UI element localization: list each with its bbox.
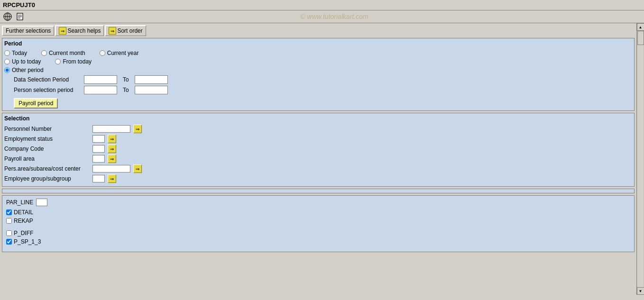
period-section-title: Period xyxy=(4,40,632,47)
radio-current-year-input[interactable] xyxy=(100,50,105,56)
employee-group-label: Employee group/subgroup xyxy=(4,175,90,182)
tab-sort-order[interactable]: ⇒ Sort order xyxy=(105,25,146,36)
detail-label: DETAIL xyxy=(14,209,33,216)
globe-icon[interactable] xyxy=(3,12,12,21)
selection-section: Selection Personnel Number ⇒ Employment … xyxy=(2,113,635,187)
person-selection-period-row: Person selection period To xyxy=(4,86,632,94)
pers-area-arrow-btn[interactable]: ⇒ xyxy=(133,164,142,173)
company-code-row: Company Code ⇒ xyxy=(4,145,632,153)
p-diff-label: P_DIFF xyxy=(14,230,33,236)
radio-current-month-label: Current month xyxy=(49,50,85,56)
sort-order-label: Sort order xyxy=(117,27,142,34)
person-selection-to-label: To xyxy=(123,87,129,93)
scroll-thumb[interactable] xyxy=(637,31,644,45)
radio-current-year-label: Current year xyxy=(107,50,139,56)
scrollbar-right: ▲ ▼ xyxy=(636,23,644,295)
period-radio-row2: Up to today From today xyxy=(4,58,632,65)
tab-further-selections[interactable]: Further selections xyxy=(2,26,54,36)
data-selection-period-row: Data Selection Period To xyxy=(4,75,632,84)
scroll-down-btn[interactable]: ▼ xyxy=(637,287,644,295)
p-sp-1-3-checkbox[interactable] xyxy=(6,239,12,245)
tab-search-helps[interactable]: ⇒ Search helps xyxy=(55,25,104,36)
radio-other-period[interactable]: Other period xyxy=(4,67,44,73)
pers-area-row: Pers.area/subarea/cost center ⇒ xyxy=(4,164,632,173)
app-title: RPCPUJT0 xyxy=(3,1,35,9)
pers-area-label: Pers.area/subarea/cost center xyxy=(4,165,90,172)
par-line-row: PAR_LINE xyxy=(6,199,630,206)
further-selections-label: Further selections xyxy=(6,27,51,34)
payroll-period-button[interactable]: Payroll period xyxy=(14,98,58,109)
data-selection-to-label: To xyxy=(123,76,129,83)
radio-current-year[interactable]: Current year xyxy=(100,50,139,56)
employment-status-label: Employment status xyxy=(4,136,90,142)
payroll-area-input[interactable] xyxy=(92,155,105,163)
content-area: Further selections ⇒ Search helps ⇒ Sort… xyxy=(0,23,636,295)
radio-today[interactable]: Today xyxy=(4,50,27,56)
p-sp-1-3-checkbox-row: P_SP_1_3 xyxy=(6,238,630,245)
data-selection-period-from[interactable] xyxy=(84,75,117,84)
radio-current-month[interactable]: Current month xyxy=(41,50,85,56)
rekap-checkbox[interactable] xyxy=(6,218,12,224)
radio-current-month-input[interactable] xyxy=(41,50,47,56)
search-helps-label: Search helps xyxy=(67,27,101,34)
scroll-up-btn[interactable]: ▲ xyxy=(637,23,644,31)
rekap-checkbox-row: REKAP xyxy=(6,218,630,224)
rekap-label: REKAP xyxy=(14,218,33,224)
p-diff-checkbox[interactable] xyxy=(6,230,12,236)
personnel-number-row: Personnel Number ⇒ xyxy=(4,125,632,133)
p-sp-1-3-label: P_SP_1_3 xyxy=(14,238,41,245)
person-selection-period-label: Person selection period xyxy=(14,87,80,93)
par-line-input[interactable] xyxy=(36,199,47,206)
search-helps-arrow-icon: ⇒ xyxy=(59,27,66,35)
watermark: © www.tutorialkart.com xyxy=(28,13,641,20)
tab-bar: Further selections ⇒ Search helps ⇒ Sort… xyxy=(2,25,635,36)
employee-group-input[interactable] xyxy=(92,175,105,182)
p-diff-checkbox-row: P_DIFF xyxy=(6,230,630,236)
title-bar: RPCPUJT0 xyxy=(0,0,644,10)
radio-today-input[interactable] xyxy=(4,50,10,56)
main-content: Further selections ⇒ Search helps ⇒ Sort… xyxy=(0,23,644,295)
detail-checkbox[interactable] xyxy=(6,209,12,215)
data-selection-period-to[interactable] xyxy=(135,75,168,84)
toolbar: © www.tutorialkart.com xyxy=(0,10,644,23)
radio-other-period-label: Other period xyxy=(12,67,44,73)
person-selection-period-to[interactable] xyxy=(135,86,168,94)
company-code-input[interactable] xyxy=(92,145,105,153)
radio-up-to-today-input[interactable] xyxy=(4,59,10,64)
selection-section-title: Selection xyxy=(4,115,632,122)
company-code-label: Company Code xyxy=(4,145,90,152)
period-radio-row1: Today Current month Current year xyxy=(4,50,632,56)
payroll-area-label: Payroll area xyxy=(4,155,90,162)
radio-up-to-today[interactable]: Up to today xyxy=(4,58,41,65)
spacer-panel xyxy=(2,189,635,193)
period-section: Period Today Current month Current year xyxy=(2,38,635,111)
employment-status-row: Employment status ⇒ xyxy=(4,135,632,143)
radio-up-to-today-label: Up to today xyxy=(12,58,41,65)
payroll-area-arrow-btn[interactable]: ⇒ xyxy=(108,155,116,163)
personnel-number-arrow-btn[interactable]: ⇒ xyxy=(133,125,142,133)
options-section: PAR_LINE DETAIL REKAP P_DIFF xyxy=(2,195,635,252)
detail-checkbox-row: DETAIL xyxy=(6,209,630,216)
personnel-number-input[interactable] xyxy=(92,125,130,133)
employment-status-arrow-btn[interactable]: ⇒ xyxy=(108,135,116,143)
radio-from-today[interactable]: From today xyxy=(55,58,92,65)
pers-area-input[interactable] xyxy=(92,165,130,173)
radio-today-label: Today xyxy=(12,50,27,56)
radio-from-today-label: From today xyxy=(63,58,92,65)
radio-other-period-input[interactable] xyxy=(4,67,10,73)
personnel-number-label: Personnel Number xyxy=(4,126,90,132)
company-code-arrow-btn[interactable]: ⇒ xyxy=(108,145,116,153)
employment-status-input[interactable] xyxy=(92,135,105,143)
employee-group-arrow-btn[interactable]: ⇒ xyxy=(108,174,116,183)
sort-order-arrow-icon: ⇒ xyxy=(109,27,116,35)
data-selection-period-label: Data Selection Period xyxy=(14,76,80,83)
par-line-label: PAR_LINE xyxy=(6,199,33,206)
document-icon[interactable] xyxy=(15,12,25,21)
employee-group-row: Employee group/subgroup ⇒ xyxy=(4,174,632,183)
period-radio-row3: Other period xyxy=(4,67,632,73)
scroll-track xyxy=(637,31,644,287)
payroll-area-row: Payroll area ⇒ xyxy=(4,155,632,163)
person-selection-period-from[interactable] xyxy=(84,86,117,94)
radio-from-today-input[interactable] xyxy=(55,59,61,64)
